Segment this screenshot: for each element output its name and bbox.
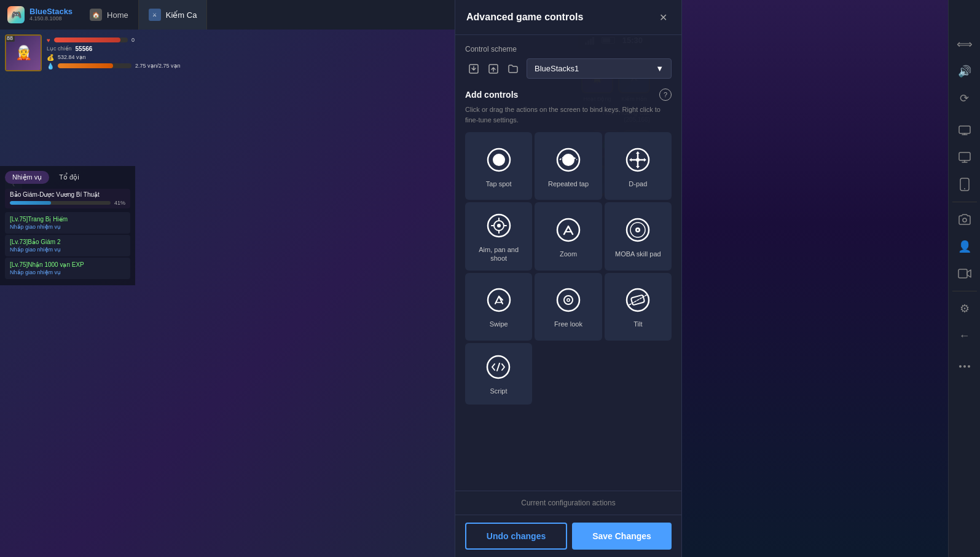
- mp-bar-fill: [58, 63, 113, 68]
- panel-footer: Undo changes Save Changes: [455, 515, 681, 557]
- quest-tab-nhiem-vu[interactable]: Nhiệm vụ: [5, 171, 49, 184]
- progress-bar-fill: [10, 201, 51, 205]
- sidebar-video-icon[interactable]: [952, 261, 977, 286]
- svg-point-20: [567, 299, 569, 301]
- sidebar-divider-2: [952, 291, 977, 291]
- free-look-icon: [555, 286, 582, 314]
- progress-item: Bảo Giám-Dược Vương Bí Thuật 41%: [5, 189, 130, 208]
- tab-home[interactable]: 🏠 Home: [80, 0, 139, 30]
- script-icon: [485, 354, 512, 381]
- sidebar-settings-icon[interactable]: ⚙: [952, 296, 977, 321]
- scheme-dropdown[interactable]: BlueStacks1 ▼: [527, 58, 672, 79]
- undo-changes-button[interactable]: Undo changes: [465, 523, 567, 550]
- control-moba-skill-pad[interactable]: MOBA skill pad: [605, 202, 672, 271]
- sidebar-tv-icon[interactable]: [952, 118, 977, 143]
- dpad-icon: [624, 146, 651, 173]
- stat-gold: 💰 532.84 vạn: [47, 54, 181, 61]
- right-sidebar: ⟺ 🔊 ⟳ 👤 ⚙ ←: [948, 0, 980, 557]
- sidebar-volume-icon[interactable]: 🔊: [952, 59, 977, 84]
- progress-value: 41%: [114, 200, 125, 206]
- control-free-look[interactable]: Free look: [535, 273, 602, 341]
- svg-point-28: [963, 218, 966, 222]
- sidebar-rotate-icon[interactable]: ⟳: [952, 86, 977, 111]
- script-label: Script: [490, 387, 507, 395]
- gold-value: 532.84 vạn: [58, 54, 86, 60]
- svg-point-16: [488, 289, 510, 311]
- quest-item-2[interactable]: [Lv.73]Bảo Giám 2 Nhấp giao nhiệm vụ: [5, 235, 130, 256]
- svg-point-15: [637, 229, 639, 231]
- control-swipe[interactable]: Swipe: [465, 273, 532, 341]
- quest-action-2: Nhấp giao nhiệm vụ: [10, 247, 125, 253]
- scheme-dropdown-arrow: ▼: [656, 64, 664, 73]
- player-avatar: 88 🧝: [5, 34, 42, 71]
- kiem-ca-tab-icon: ⚔: [149, 9, 161, 21]
- quest-action-1: Nhấp giao nhiệm vụ: [10, 224, 125, 230]
- sidebar-more-menu[interactable]: [957, 363, 973, 370]
- quest-panel: Nhiệm vụ Tổ đội Bảo Giám-Dược Vương Bí T…: [0, 166, 135, 285]
- hud-player-info: 88 🧝 ♥ 0 Lục chiến 55566: [5, 34, 181, 71]
- app-logo: 🎮 BlueStacks 4.150.8.1008: [0, 6, 80, 23]
- player-stats: ♥ 0 Lục chiến 55566 💰 532.84 vạn: [47, 37, 181, 69]
- quest-name-1: [Lv.75]Trang Bị Hiếm: [10, 216, 125, 223]
- progress-label: Bảo Giám-Dược Vương Bí Thuật: [10, 191, 125, 198]
- quest-action-3: Nhấp giao nhiệm vụ: [10, 269, 125, 275]
- game-hud: 88 🧝 ♥ 0 Lục chiến 55566: [0, 30, 467, 165]
- moba-skill-pad-label: MOBA skill pad: [615, 250, 661, 258]
- sidebar-screenshot-icon[interactable]: [952, 207, 977, 232]
- quest-tab-to-doi[interactable]: Tổ đội: [52, 171, 86, 184]
- quest-item-3[interactable]: [Lv.75]Nhận 1000 vạn EXP Nhấp giao nhiệm…: [5, 258, 130, 279]
- save-changes-button[interactable]: Save Changes: [572, 523, 672, 550]
- dot-3: [968, 365, 970, 368]
- control-tilt[interactable]: Tilt: [605, 273, 672, 341]
- svg-point-11: [557, 219, 579, 241]
- quest-item-1[interactable]: [Lv.75]Trang Bị Hiếm Nhấp giao nhiệm vụ: [5, 212, 130, 234]
- export-scheme-button[interactable]: [485, 60, 502, 77]
- sidebar-expand-icon[interactable]: ⟺: [952, 32, 977, 57]
- stat-hp-row: ♥ 0: [47, 37, 181, 44]
- dpad-label: D-pad: [629, 180, 647, 188]
- tab-kiem-ca-label: Kiếm Ca: [166, 10, 197, 20]
- controls-grid: Tap spot Repeated tap: [465, 132, 672, 341]
- quest-name-3: [Lv.75]Nhận 1000 vạn EXP: [10, 261, 125, 268]
- luc-chien-value: 55566: [76, 45, 93, 52]
- control-repeated-tap[interactable]: Repeated tap: [535, 132, 602, 200]
- aim-pan-shoot-label: Aim, pan and shoot: [470, 245, 527, 263]
- mp-bar-bg: [58, 63, 131, 68]
- moba-skill-pad-icon: [624, 216, 651, 243]
- tap-spot-label: Tap spot: [486, 180, 512, 188]
- folder-scheme-button[interactable]: [504, 60, 522, 77]
- control-tap-spot[interactable]: Tap spot: [465, 132, 532, 200]
- sidebar-back-icon[interactable]: ←: [952, 323, 977, 348]
- panel-close-button[interactable]: ✕: [656, 10, 670, 25]
- player-section: 88 🧝 ♥ 0 Lục chiến 55566: [5, 34, 181, 71]
- add-controls-header: Add controls ?: [465, 89, 672, 101]
- svg-rect-25: [959, 152, 970, 160]
- svg-point-3: [493, 154, 505, 166]
- import-scheme-button[interactable]: [465, 60, 482, 77]
- control-zoom[interactable]: Zoom: [535, 202, 602, 271]
- control-dpad[interactable]: D-pad: [605, 132, 672, 200]
- van-value: 2.75 vạn/2.75 vạn: [135, 63, 181, 69]
- sidebar-phone-icon[interactable]: [952, 172, 977, 197]
- svg-rect-29: [958, 269, 967, 278]
- quest-name-2: [Lv.73]Bảo Giám 2: [10, 239, 125, 245]
- sidebar-monitor-icon[interactable]: [952, 145, 977, 170]
- app-version: 4.150.8.1008: [29, 16, 73, 22]
- control-script[interactable]: Script: [465, 343, 532, 405]
- tab-kiem-ca[interactable]: ⚔ Kiếm Ca: [139, 0, 208, 30]
- tab-home-label: Home: [107, 10, 128, 20]
- current-config-section: Current configuration actions: [455, 491, 681, 515]
- control-aim-pan-shoot[interactable]: Aim, pan and shoot: [465, 202, 532, 271]
- sidebar-person-icon[interactable]: 👤: [952, 234, 977, 259]
- hp-bar-bg: [54, 38, 128, 42]
- zoom-icon: [555, 216, 582, 243]
- panel-header: Advanced game controls ✕: [455, 0, 681, 35]
- panel-body[interactable]: Control scheme: [455, 35, 681, 491]
- svg-point-27: [964, 188, 965, 189]
- hp-bar-fill: [54, 38, 120, 42]
- repeated-tap-label: Repeated tap: [548, 180, 589, 188]
- help-icon-button[interactable]: ?: [659, 89, 672, 101]
- home-tab-icon: 🏠: [90, 9, 102, 21]
- hp-value: 0: [131, 37, 135, 43]
- logo-icon: 🎮: [7, 6, 25, 23]
